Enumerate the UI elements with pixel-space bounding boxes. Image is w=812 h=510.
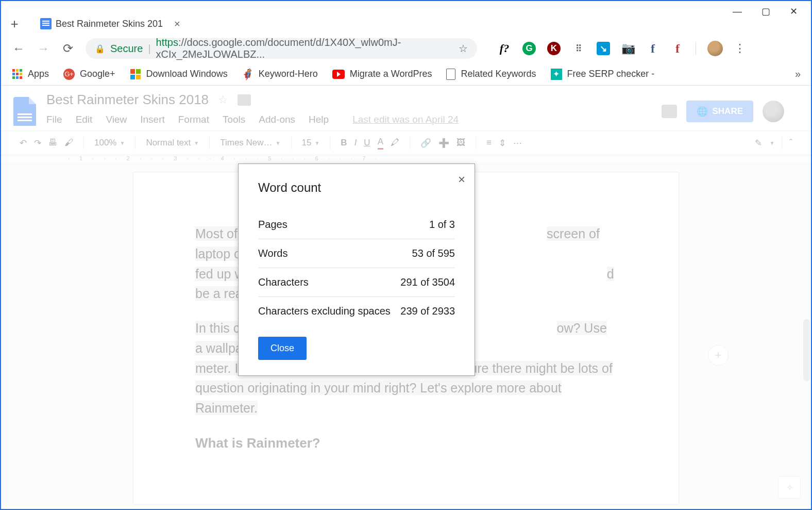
redo-icon[interactable]: ↷ <box>34 138 41 149</box>
dialog-title: Word count <box>258 180 455 195</box>
menu-addons[interactable]: Add-ons <box>259 114 295 125</box>
text-color-icon[interactable]: A <box>378 137 383 150</box>
bookmark-star-icon[interactable]: ☆ <box>459 42 468 55</box>
dialog-close-icon[interactable]: × <box>458 172 465 187</box>
comments-icon[interactable] <box>662 105 677 118</box>
forward-button[interactable]: → <box>36 41 50 56</box>
docs-header: Best Rainmeter Skins 2018 ☆ File Edit Vi… <box>1 86 811 130</box>
share-label: SHARE <box>712 106 743 117</box>
explore-button[interactable]: ✧ <box>778 476 801 499</box>
star-document-icon[interactable]: ☆ <box>218 93 228 107</box>
collapse-icon[interactable]: ˆ <box>789 138 792 148</box>
stat-label: Words <box>258 248 287 259</box>
serp-icon: ✦ <box>551 69 562 80</box>
page-icon <box>446 69 455 80</box>
font-value: Times New… <box>220 138 272 148</box>
back-button[interactable]: ← <box>11 41 26 56</box>
zoom-selector[interactable]: 100%▼ <box>88 138 131 148</box>
maximize-icon[interactable]: ▢ <box>762 6 770 17</box>
address-bar[interactable]: 🔒 Secure | https://docs.google.com/docum… <box>86 38 477 59</box>
share-button[interactable]: 🌐SHARE <box>686 101 753 122</box>
docs-header-right: 🌐SHARE <box>662 101 799 122</box>
docs-logo-icon[interactable] <box>13 97 36 126</box>
add-comment-fab[interactable]: + <box>708 345 729 366</box>
new-tab-button[interactable]: + <box>5 14 24 33</box>
bold-icon[interactable]: B <box>341 138 347 148</box>
googleplus-icon: G+ <box>63 69 75 80</box>
browser-tab[interactable]: Best Rainmeter Skins 201 × <box>33 14 188 33</box>
move-folder-icon[interactable] <box>238 94 251 106</box>
account-avatar[interactable] <box>763 101 784 122</box>
print-icon[interactable]: 🖶 <box>48 138 57 148</box>
extension-icon[interactable]: ↘ <box>597 42 610 55</box>
bookmark-label: Keyword-Hero <box>259 69 318 79</box>
close-button[interactable]: Close <box>258 337 307 360</box>
font-size-selector[interactable]: 15▼ <box>296 138 326 148</box>
stat-value: 239 of 2933 <box>400 305 455 317</box>
menu-help[interactable]: Help <box>309 114 329 125</box>
stat-row-characters: Characters 291 of 3504 <box>258 268 455 297</box>
scrollbar-thumb[interactable] <box>803 319 810 381</box>
tab-title: Best Rainmeter Skins 201 <box>56 19 163 29</box>
facebook-extension-icon[interactable]: f <box>646 42 659 55</box>
youtube-icon <box>332 70 345 79</box>
bookmark-label: Download Windows <box>146 69 228 79</box>
font-selector[interactable]: Times New…▼ <box>214 138 286 148</box>
bookmark-apps[interactable]: Apps <box>11 69 49 80</box>
editing-mode-icon[interactable]: ✎ <box>755 138 762 149</box>
align-icon[interactable]: ≡ <box>486 138 492 148</box>
menu-edit[interactable]: Edit <box>76 114 93 125</box>
k-extension-icon[interactable]: K <box>547 42 561 55</box>
menu-file[interactable]: File <box>46 114 62 125</box>
stat-value: 1 of 3 <box>429 219 455 231</box>
bookmark-serp-checker[interactable]: ✦ Free SERP checker - <box>551 69 655 80</box>
size-value: 15 <box>302 138 312 148</box>
document-title[interactable]: Best Rainmeter Skins 2018 <box>46 92 209 108</box>
bookmark-download-windows[interactable]: Download Windows <box>130 69 228 80</box>
whatfont-extension-icon[interactable]: f? <box>498 42 511 55</box>
bookmark-googleplus[interactable]: G+ Google+ <box>63 69 115 80</box>
browser-toolbar: ← → ⟳ 🔒 Secure | https://docs.google.com… <box>1 34 811 63</box>
f-extension-icon[interactable]: f <box>671 42 684 55</box>
docs-toolbar: ↶ ↷ 🖶 🖌 100%▼ Normal text▼ Times New…▼ 1… <box>1 130 811 155</box>
italic-icon[interactable]: I <box>354 138 357 148</box>
close-window-icon[interactable]: ✕ <box>790 6 798 17</box>
stat-label: Characters excluding spaces <box>258 305 391 317</box>
underline-icon[interactable]: U <box>364 138 370 148</box>
zoom-value: 100% <box>94 138 116 148</box>
bookmark-migrate-wp[interactable]: Migrate a WordPres <box>332 69 432 79</box>
menu-format[interactable]: Format <box>178 114 209 125</box>
style-selector[interactable]: Normal text▼ <box>140 138 205 148</box>
grammarly-extension-icon[interactable]: G <box>522 42 536 55</box>
extension-icons: f? G K ⠿ ↘ 📷 f f ⋮ <box>498 41 746 56</box>
bookmarks-overflow-icon[interactable]: » <box>795 68 801 80</box>
apps-icon <box>11 69 23 80</box>
highlight-icon[interactable]: 🖍 <box>391 138 399 148</box>
menu-insert[interactable]: Insert <box>140 114 165 125</box>
separator <box>696 42 696 55</box>
more-icon[interactable]: ⋯ <box>513 138 522 149</box>
extension-icon[interactable]: ⠿ <box>572 42 585 55</box>
secure-label: Secure <box>110 43 143 55</box>
stat-value: 53 of 595 <box>412 248 455 259</box>
last-edit-link[interactable]: Last edit was on April 24 <box>352 114 459 125</box>
undo-icon[interactable]: ↶ <box>20 138 27 149</box>
docs-favicon-icon <box>40 18 52 29</box>
camera-extension-icon[interactable]: 📷 <box>621 42 635 55</box>
paint-format-icon[interactable]: 🖌 <box>64 138 73 148</box>
line-spacing-icon[interactable]: ⇕ <box>499 138 506 149</box>
bookmark-label: Google+ <box>80 69 115 79</box>
profile-avatar[interactable] <box>707 41 723 56</box>
bookmark-keyword-hero[interactable]: 🦸 Keyword-Hero <box>242 69 318 80</box>
chrome-menu-icon[interactable]: ⋮ <box>734 42 746 55</box>
menu-tools[interactable]: Tools <box>223 114 245 125</box>
menu-view[interactable]: View <box>106 114 127 125</box>
bookmark-related-keywords[interactable]: Related Keywords <box>446 69 536 80</box>
reload-button[interactable]: ⟳ <box>61 41 75 56</box>
comment-icon[interactable]: ➕ <box>438 138 449 149</box>
tab-close-icon[interactable]: × <box>174 18 180 30</box>
image-icon[interactable]: 🖼 <box>456 138 465 148</box>
minimize-icon[interactable]: — <box>733 6 742 17</box>
link-icon[interactable]: 🔗 <box>420 138 431 149</box>
globe-icon: 🌐 <box>697 106 708 117</box>
